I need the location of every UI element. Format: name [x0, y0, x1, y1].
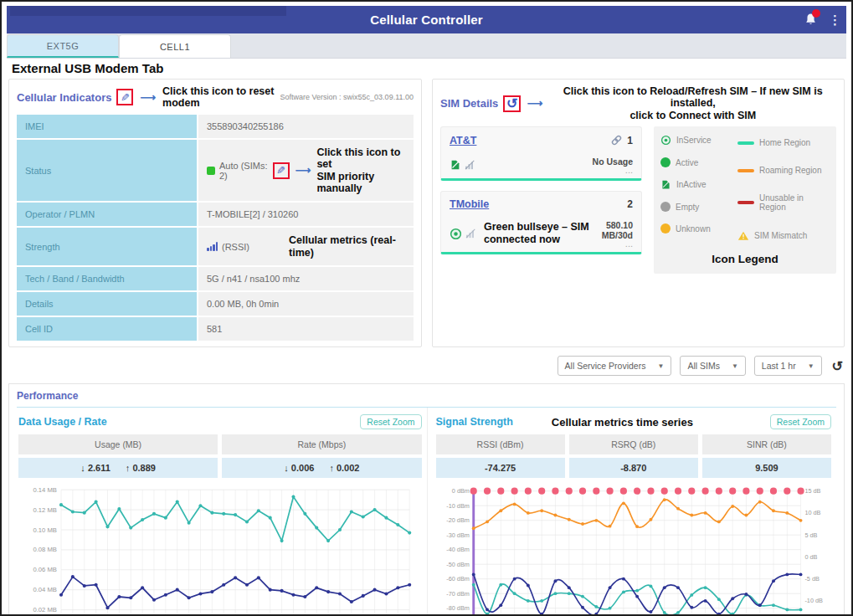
legend-label: SIM Mismatch [754, 231, 807, 240]
strength-unit-text: (RSSI) [222, 242, 249, 252]
service-provider-dropdown[interactable]: All Service Providers ▼ [558, 356, 672, 376]
cellular-metrics-annotation: Cellular metrics (real-time) [289, 234, 405, 259]
table-row: Tech / Band / Bandwidth 5G / n41 / nsa10… [17, 267, 414, 290]
bullseye-connected-icon [450, 228, 462, 240]
usage-values: ↓ 2.611↑ 0.889 [18, 458, 218, 478]
rate-column-header: Rate (Mbps) [222, 434, 421, 454]
rssi-column-header: RSSI (dBm) [436, 434, 565, 454]
svg-text:5 dB: 5 dB [804, 531, 817, 539]
annotation-arrow-icon: ⟶ [140, 91, 156, 104]
row-label-operator: Operator / PLMN [17, 203, 197, 226]
data-usage-chart[interactable]: 0.14 MB0.12 MB0.10 MB0.08 MB0.06 MB0.04 … [18, 481, 422, 616]
app-window: Cellular Controller ⋮ EXT5G CELL1 Extern… [0, 0, 853, 616]
svg-text:-50 dBm: -50 dBm [446, 561, 470, 568]
sim-card-bottom: No Usage ... [450, 157, 633, 173]
table-row: Operator / PLMN T-MOBILE[2] / 310260 [17, 203, 414, 226]
rsrq-value: -8.870 [569, 458, 698, 478]
data-usage-column: Data Usage / Rate Reset Zoom Usage (MB) … [17, 408, 427, 616]
svg-text:-70 dBm: -70 dBm [446, 590, 470, 598]
sim-slot-number: 1 [627, 135, 633, 146]
icon-legend-columns: InService Active InActive [660, 135, 830, 253]
signal-strength-chart[interactable]: 0 dBm-10 dBm-20 dBm-30 dBm-40 dBm-50 dBm… [436, 481, 832, 616]
data-usage-header: Data Usage / Rate Reset Zoom [18, 414, 422, 429]
legend-label: Unknown [676, 224, 711, 234]
svg-text:-10 dB: -10 dB [804, 597, 823, 604]
sim-slot-info: 1 [610, 134, 633, 146]
legend-item-unusable-region: Unusable in Region [737, 193, 830, 212]
sim-mismatch-triangle-icon [737, 230, 749, 241]
row-value-details: 0.00 MB, 0h 0min [198, 292, 414, 316]
signal-bars-icon [207, 242, 218, 251]
legend-item-inactive: InActive [660, 179, 734, 190]
rate-down-value: 0.006 [291, 463, 315, 473]
reload-sim-icon[interactable]: ↺ [506, 98, 517, 110]
legend-label: Empty [676, 203, 699, 212]
sim-details-panel: SIM Details ↺ ⟶ Click this icon to Reloa… [432, 79, 845, 347]
sims-dropdown[interactable]: All SIMs ▼ [680, 356, 745, 376]
sim-name-link[interactable]: AT&T [450, 135, 476, 146]
performance-columns: Data Usage / Rate Reset Zoom Usage (MB) … [17, 408, 836, 616]
legend-label: Unusable in Region [759, 193, 830, 212]
row-value-status: Auto (SIMs: 2) ✎ ⟶ Click this icon to se… [198, 140, 414, 202]
svg-text:-20 dBm: -20 dBm [446, 516, 470, 524]
reset-zoom-button[interactable]: Reset Zoom [770, 414, 831, 429]
reset-modem-pencil-icon[interactable]: ✎ [121, 91, 130, 104]
row-value-cellid: 581 [198, 317, 414, 341]
sim-more-button[interactable]: ... [596, 240, 633, 247]
legend-item-home-region: Home Region [737, 138, 830, 147]
signal-strength-header: Signal Strength Cellular metrics time se… [436, 414, 832, 429]
software-version-label: Software Version : [280, 93, 342, 101]
rssi-value: -74.275 [436, 458, 565, 478]
legend-item-empty: Empty [660, 202, 734, 212]
tab-cell1[interactable]: CELL1 [119, 34, 231, 58]
table-row: Status Auto (SIMs: 2) ✎ ⟶ Click this ico… [17, 140, 414, 202]
time-series-annotation: Cellular metrics time series [552, 416, 693, 429]
legend-item-inservice: InService [660, 135, 734, 146]
legend-region-column: Home Region Roaming Region Unusable in R… [737, 135, 830, 253]
usage-up-value: 0.889 [132, 463, 156, 473]
time-range-value: Last 1 hr [762, 361, 796, 371]
sim-priority-annotation-line2: SIM priority manually [316, 171, 374, 194]
reset-zoom-button[interactable]: Reset Zoom [360, 414, 421, 429]
chevron-down-icon: ▼ [657, 362, 664, 370]
time-range-dropdown[interactable]: Last 1 hr ▼ [754, 356, 822, 376]
notifications-bell-icon[interactable] [804, 13, 819, 28]
status-text: Auto (SIMs: 2) [219, 161, 269, 181]
sim-priority-annotation: Click this icon to set SIM priority manu… [316, 146, 405, 195]
signal-chart-wrap: 0 dBm-10 dBm-20 dBm-30 dBm-40 dBm-50 dBm… [436, 481, 832, 616]
top-panels-row: Cellular Indicators ✎ ⟶ Click this icon … [7, 79, 846, 347]
tab-bar: EXT5G CELL1 [7, 33, 846, 59]
sim-slot-number: 2 [627, 198, 633, 210]
svg-text:-30 dBm: -30 dBm [446, 531, 470, 539]
usage-down-value: 2.611 [88, 463, 110, 473]
legend-label: Roaming Region [759, 166, 822, 175]
signal-muted-icon [465, 228, 477, 239]
filter-row: All Service Providers ▼ All SIMs ▼ Last … [7, 347, 846, 383]
active-circle-icon [660, 157, 671, 167]
row-value-operator: T-MOBILE[2] / 310260 [198, 203, 414, 226]
refresh-charts-icon[interactable]: ↺ [830, 358, 845, 374]
usage-column-header: Usage (MB) [18, 434, 218, 454]
tab-ext5g[interactable]: EXT5G [7, 34, 119, 58]
sim-usage: 580.10 MB/30d ... [596, 220, 633, 247]
sim-priority-pencil-icon[interactable]: ✎ [276, 164, 285, 177]
row-label-status: Status [17, 140, 197, 202]
rate-up-value: 0.002 [337, 463, 360, 473]
svg-text:-40 dBm: -40 dBm [446, 546, 470, 553]
sim-priority-highlight-box: ✎ [273, 162, 290, 179]
kebab-menu-icon[interactable]: ⋮ [829, 16, 841, 24]
svg-text:0 dB: 0 dB [804, 553, 817, 561]
svg-text:-5 dB: -5 dB [804, 575, 820, 583]
legend-item-unknown: Unknown [660, 223, 734, 234]
sim-more-button[interactable]: ... [593, 167, 633, 173]
sim-name-link[interactable]: TMobile [450, 198, 489, 210]
external-usb-modem-annotation: External USB Modem Tab [7, 59, 846, 79]
unusable-region-dash-icon [737, 201, 754, 204]
sinr-column-header: SINR (dB) [702, 434, 831, 454]
reload-sim-annotation-line2: click to Connect with SIM [629, 110, 756, 121]
row-label-strength: Strength [17, 228, 197, 265]
sim-card-att: AT&T 1 No Usage [440, 126, 642, 181]
signal-table-header: RSSI (dBm) RSRQ (dB) SINR (dB) [436, 434, 832, 454]
svg-text:-60 dBm: -60 dBm [446, 575, 470, 583]
table-row: Cell ID 581 [17, 317, 414, 341]
